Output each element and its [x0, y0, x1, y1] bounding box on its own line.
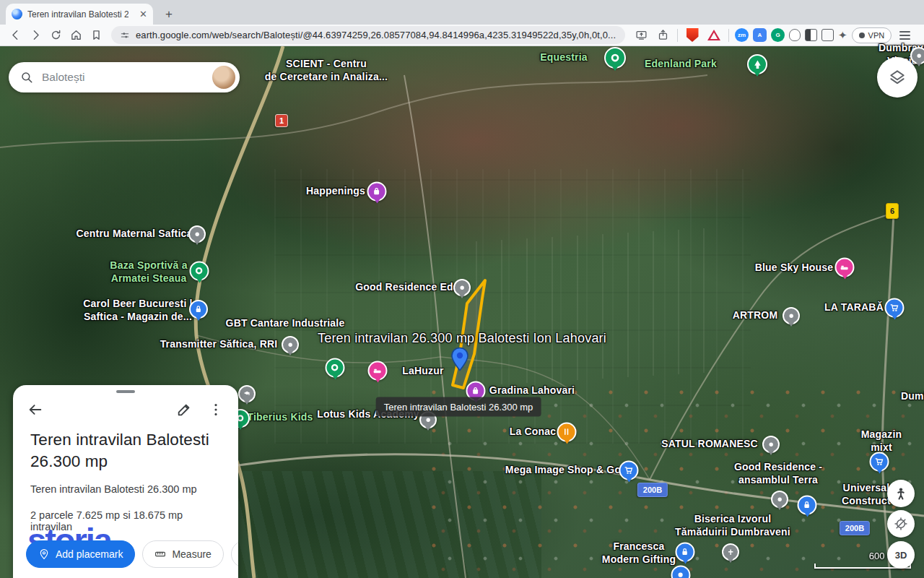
leo-ai-sparkle-icon[interactable]: ✦ [838, 29, 847, 42]
url-text: earth.google.com/web/search/Balotești/@4… [136, 30, 616, 40]
more-options-icon[interactable] [208, 402, 224, 418]
menu-hamburger-icon[interactable] [896, 27, 913, 44]
rewards-triangle-icon[interactable] [705, 27, 723, 44]
measure-button[interactable]: Measure [142, 540, 223, 568]
profile-avatar[interactable] [212, 66, 235, 89]
placemark-icon [38, 548, 50, 560]
3d-toggle-button[interactable]: 3D [887, 541, 915, 569]
google-earth-favicon [12, 9, 22, 20]
my-location-off-button[interactable] [887, 510, 915, 538]
add-placemark-button[interactable]: Add placemark [26, 540, 135, 568]
new-tab-button[interactable]: + [160, 6, 178, 23]
search-bar[interactable] [9, 62, 240, 92]
place-card: Teren intravilan Balotesti 26.300 mp Ter… [13, 385, 238, 578]
layers-button[interactable] [877, 57, 918, 98]
close-tab-icon[interactable]: ✕ [139, 9, 147, 19]
layers-icon [888, 68, 907, 87]
site-settings-icon[interactable] [120, 30, 130, 40]
forward-icon[interactable] [26, 26, 45, 45]
edit-pencil-icon[interactable] [176, 402, 192, 418]
browser-window: Teren intravilan Balotesti 26... ✕ + ear… [0, 0, 924, 578]
vpn-button[interactable]: VPN [852, 27, 892, 43]
person-icon [894, 486, 908, 501]
more-tools-button[interactable]: ••• M [231, 540, 238, 568]
cast-icon[interactable] [632, 27, 650, 44]
zoom-extension-icon[interactable]: zm [735, 28, 749, 42]
ruler-icon [154, 548, 166, 560]
place-title: Teren intravilan Balotesti 26.300 mp [13, 418, 238, 472]
bookmark-icon[interactable] [87, 26, 105, 45]
nav-buttons [0, 26, 105, 45]
browser-toolbar: earth.google.com/web/search/Balotești/@4… [0, 25, 924, 46]
dark-mode-extension-icon[interactable] [805, 29, 817, 41]
divider [677, 29, 678, 42]
back-icon[interactable] [6, 26, 25, 45]
reload-icon[interactable] [46, 26, 65, 45]
translate-extension-icon[interactable]: A [753, 28, 767, 42]
place-subtitle: Teren intravilan Balotesti 26.300 mp [13, 483, 238, 495]
search-icon [20, 71, 33, 84]
browser-tab[interactable]: Teren intravilan Balotesti 26... ✕ [6, 4, 153, 25]
brave-shield-icon[interactable] [684, 27, 701, 44]
placemark-tooltip: Teren intravilan Balotesti 26.300 mp [376, 397, 541, 417]
share-icon[interactable] [654, 27, 671, 44]
wallet-icon[interactable] [821, 29, 834, 41]
extension-icon[interactable] [789, 29, 801, 41]
tab-strip: Teren intravilan Balotesti 26... ✕ + [0, 0, 924, 25]
divider [728, 29, 729, 42]
grammarly-extension-icon[interactable]: G [771, 28, 785, 42]
toolbar-actions: zm A G ✦ VPN [632, 27, 913, 44]
search-input[interactable] [42, 71, 212, 84]
tab-title: Teren intravilan Balotesti 26... [27, 9, 128, 20]
location-off-icon [894, 517, 908, 531]
back-arrow-icon[interactable] [27, 402, 43, 418]
pegman-button[interactable] [887, 480, 915, 507]
home-icon[interactable] [66, 26, 85, 45]
url-bar[interactable]: earth.google.com/web/search/Balotești/@4… [111, 26, 625, 44]
